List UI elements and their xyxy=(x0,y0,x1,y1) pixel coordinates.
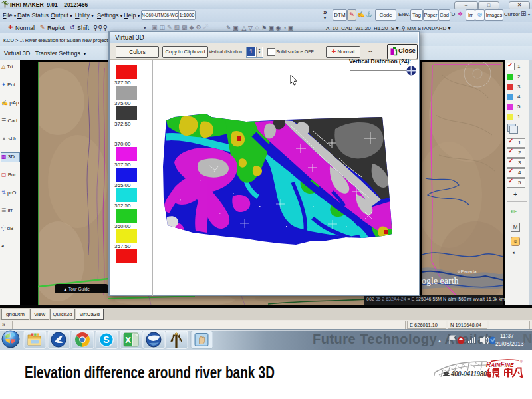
svg-text:S: S xyxy=(103,334,109,345)
svg-text:X: X xyxy=(125,335,131,345)
svg-text:oogle earth: oogle earth xyxy=(422,276,459,286)
svg-text:®: ® xyxy=(520,360,523,364)
svg-text:400-0411980: 400-0411980 xyxy=(450,370,487,378)
svg-text:✧Fanada: ✧Fanada xyxy=(457,269,477,274)
svg-text:▲ Tour Guide: ▲ Tour Guide xyxy=(63,287,90,291)
svg-text:RAINFINE: RAINFINE xyxy=(486,360,514,368)
